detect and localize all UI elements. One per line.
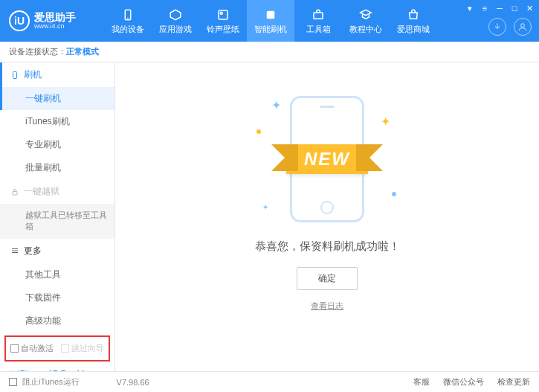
nav-toolbox[interactable]: 工具箱 [294,0,342,42]
menu-icon[interactable]: ▾ [465,3,475,13]
sidebar-item-other-tools[interactable]: 其他工具 [0,263,114,286]
sidebar-item-oneclick-flash[interactable]: 一键刷机 [0,87,114,110]
app-header: iU 爱思助手 www.i4.cn 我的设备 应用游戏 铃声壁纸 智能刷机 工具… [0,0,539,42]
phone-outline-icon [10,70,19,80]
list-icon [10,246,19,255]
svg-rect-2 [219,10,227,19]
user-button[interactable] [514,18,532,36]
flash-icon [263,7,278,22]
apps-icon [168,7,183,22]
view-log-link[interactable]: 查看日志 [311,301,343,312]
sidebar: 刷机 一键刷机 iTunes刷机 专业刷机 批量刷机 一键越狱 越狱工具已转移至… [0,62,115,371]
nav-ringtone-wallpaper[interactable]: 铃声壁纸 [199,0,247,42]
nav-my-device[interactable]: 我的设备 [104,0,152,42]
phone-icon [120,7,135,22]
close-icon[interactable]: ✕ [524,3,535,13]
store-icon [406,7,421,22]
svg-rect-4 [267,10,275,19]
app-subtitle: www.i4.cn [34,22,76,30]
svg-point-3 [220,12,222,14]
skip-guide-checkbox[interactable]: 跳过向导 [61,343,104,354]
footer-link-update[interactable]: 检查更新 [497,376,530,388]
auto-activate-checkbox[interactable]: 自动激活 [10,343,54,354]
image-icon [216,7,230,22]
success-illustration: ✦ ✦ ✦ NEW [249,92,405,226]
logo: iU 爱思助手 www.i4.cn [0,10,104,31]
sidebar-item-batch-flash[interactable]: 批量刷机 [0,156,114,179]
new-ribbon: NEW [286,144,368,174]
svg-rect-5 [314,13,323,19]
lock-icon [10,187,19,196]
download-button[interactable] [488,18,506,36]
nav-store[interactable]: 爱思商城 [390,0,437,42]
nav-tutorials[interactable]: 教程中心 [342,0,390,42]
svg-point-6 [521,24,525,28]
svg-rect-7 [13,71,17,78]
sidebar-section-flash[interactable]: 刷机 [0,62,114,87]
sidebar-section-more[interactable]: 更多 [0,239,114,263]
main-content: ✦ ✦ ✦ NEW 恭喜您，保资料刷机成功啦！ 确定 查看日志 [115,62,539,371]
status-mode: 正常模式 [66,46,99,57]
success-message: 恭喜您，保资料刷机成功啦！ [255,240,400,254]
sidebar-item-download-firmware[interactable]: 下载固件 [0,286,114,309]
footer: 阻止iTunes运行 V7.98.66 客服 微信公众号 检查更新 [0,371,539,392]
top-nav: 我的设备 应用游戏 铃声壁纸 智能刷机 工具箱 教程中心 爱思商城 [104,0,437,42]
svg-rect-8 [13,191,17,195]
footer-link-wechat[interactable]: 微信公众号 [443,376,484,388]
nav-smart-flash[interactable]: 智能刷机 [247,0,294,42]
sidebar-item-itunes-flash[interactable]: iTunes刷机 [0,110,114,133]
sidebar-options-highlight: 自动激活 跳过向导 [4,335,110,362]
toolbox-icon [311,7,326,22]
settings-icon[interactable]: ≡ [480,3,490,13]
sidebar-section-jailbreak[interactable]: 一键越狱 [0,179,114,204]
device-info: iPhone 15 Pro Max 512GB iPhone [0,364,114,371]
tutorial-icon [358,7,373,22]
footer-link-support[interactable]: 客服 [413,376,430,388]
ok-button[interactable]: 确定 [297,267,358,290]
status-prefix: 设备连接状态： [9,46,66,57]
status-bar: 设备连接状态： 正常模式 [0,42,539,62]
nav-apps-games[interactable]: 应用游戏 [152,0,199,42]
sidebar-item-pro-flash[interactable]: 专业刷机 [0,133,114,156]
logo-icon: iU [9,10,30,31]
block-itunes-checkbox[interactable]: 阻止iTunes运行 [9,376,80,388]
sidebar-jailbreak-note: 越狱工具已转移至工具箱 [0,204,114,239]
maximize-icon[interactable]: □ [509,3,520,13]
app-title: 爱思助手 [34,12,76,22]
sidebar-item-advanced[interactable]: 高级功能 [0,309,114,332]
version-label: V7.98.66 [117,378,149,387]
minimize-icon[interactable]: ─ [494,3,505,13]
